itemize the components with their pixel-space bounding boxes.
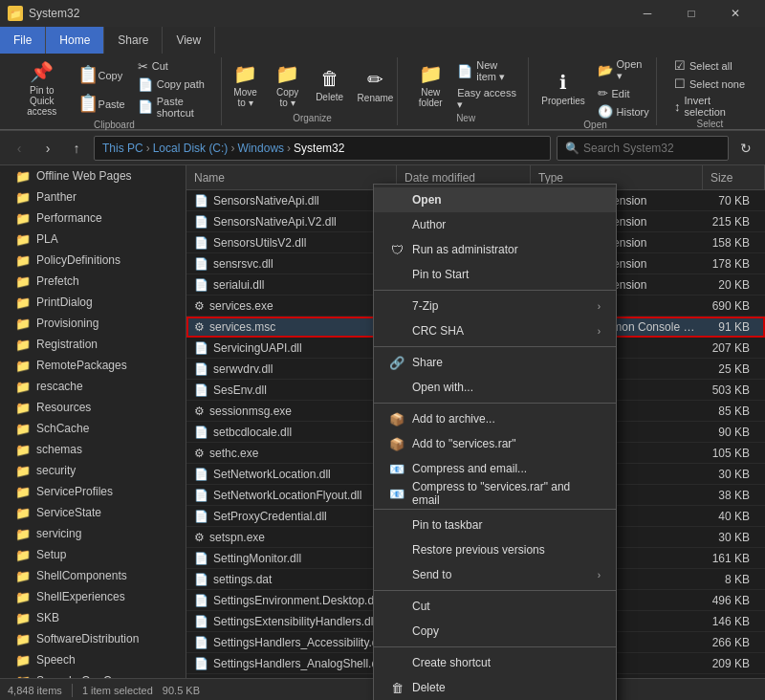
sidebar-item-provisioning[interactable]: 📁Provisioning — [0, 313, 186, 334]
col-header-size[interactable]: Size — [703, 165, 765, 189]
context-menu-item-delete[interactable]: 🗑Delete — [374, 675, 616, 700]
sidebar-item-schcache[interactable]: 📁SchCache — [0, 418, 186, 439]
sidebar-item-resources[interactable]: 📁Resources — [0, 397, 186, 418]
maximize-button[interactable]: □ — [669, 0, 713, 27]
file-icon: 📄 — [194, 426, 208, 439]
sidebar-item-offline-web-pages[interactable]: 📁Offline Web Pages — [0, 165, 186, 186]
context-menu-item-pin-to-taskbar[interactable]: Pin to taskbar — [374, 513, 616, 537]
path-windows[interactable]: Windows — [237, 142, 284, 155]
cut-button[interactable]: ✂ Cut — [134, 58, 213, 75]
copy-to-button[interactable]: 📁 Copyto ▾ — [269, 59, 307, 111]
context-menu-item-restore-previous-versions[interactable]: Restore previous versions — [374, 537, 616, 562]
context-menu-item-share[interactable]: 🔗Share — [374, 350, 616, 375]
context-menu-item-copy[interactable]: Copy — [374, 619, 616, 644]
ctx-icon: 📧 — [389, 487, 404, 501]
file-icon: ⚙ — [194, 299, 205, 313]
context-menu-item-send-to[interactable]: Send to› — [374, 562, 616, 587]
sidebar-item-softwaredistribution[interactable]: 📁SoftwareDistribution — [0, 628, 186, 649]
close-button[interactable]: ✕ — [713, 0, 757, 27]
sidebar-item-pla[interactable]: 📁PLA — [0, 229, 186, 250]
paste-button[interactable]: 📋 Paste — [73, 90, 130, 117]
properties-button[interactable]: ℹ Properties — [537, 68, 590, 109]
select-none-button[interactable]: ☐ Select none — [670, 76, 750, 92]
path-this-pc[interactable]: This PC — [102, 142, 143, 155]
file-icon: 📄 — [194, 573, 208, 586]
sidebar-item-rescache[interactable]: 📁rescache — [0, 376, 186, 397]
rename-button[interactable]: ✏ Rename — [353, 65, 399, 106]
search-input[interactable] — [583, 142, 720, 155]
sidebar-item-speech[interactable]: 📁Speech — [0, 649, 186, 670]
copy-path-button[interactable]: 📄 Copy path — [134, 77, 213, 93]
sidebar-item-security[interactable]: 📁security — [0, 460, 186, 481]
context-menu-item-7-zip[interactable]: 7-Zip› — [374, 294, 616, 318]
file-size: 496 KB — [703, 594, 765, 607]
sidebar-item-schemas[interactable]: 📁schemas — [0, 439, 186, 460]
file-icon: 📄 — [194, 194, 208, 208]
context-menu-item-compress-and-email[interactable]: 📧Compress and email... — [374, 456, 616, 481]
context-menu-item-pin-to-start[interactable]: Pin to Start — [374, 262, 616, 287]
sidebar-item-servicestate[interactable]: 📁ServiceState — [0, 502, 186, 523]
sidebar-item-label: Offline Web Pages — [36, 169, 132, 183]
file-size: 30 KB — [703, 531, 765, 544]
sidebar-item-serviceprofiles[interactable]: 📁ServiceProfiles — [0, 481, 186, 502]
tab-home[interactable]: Home — [46, 27, 104, 54]
path-local-disk[interactable]: Local Disk (C:) — [153, 142, 229, 155]
invert-selection-button[interactable]: ↕ Invert selection — [670, 94, 750, 119]
context-menu-item-run-as-administrator[interactable]: 🛡Run as administrator — [374, 237, 616, 262]
open-label: Open ▾ — [617, 58, 650, 82]
new-folder-button[interactable]: 📁 Newfolder — [411, 59, 449, 111]
address-path[interactable]: This PC › Local Disk (C:) › Windows › Sy… — [94, 136, 551, 161]
sidebar-item-setup[interactable]: 📁Setup — [0, 544, 186, 565]
history-button[interactable]: 🕐 History — [594, 103, 654, 120]
up-button[interactable]: ↑ — [65, 137, 88, 160]
selected-size: 90.5 KB — [163, 685, 200, 696]
tab-share[interactable]: Share — [104, 27, 163, 54]
context-menu-item-open[interactable]: Open — [374, 187, 616, 212]
sidebar-item-skb[interactable]: 📁SKB — [0, 607, 186, 628]
context-menu-item-author[interactable]: Author — [374, 212, 616, 237]
file-name: setbcdlocale.dll — [213, 426, 292, 439]
sidebar-item-registration[interactable]: 📁Registration — [0, 334, 186, 355]
move-to-button[interactable]: 📁 Moveto ▾ — [227, 59, 265, 111]
sidebar-item-shellexperiences[interactable]: 📁ShellExperiences — [0, 586, 186, 607]
minimize-button[interactable]: ─ — [625, 0, 669, 27]
refresh-button[interactable]: ↻ — [734, 137, 757, 160]
context-menu-item-cut[interactable]: Cut — [374, 594, 616, 619]
pin-to-quick-access-button[interactable]: 📌 Pin to Quickaccess — [15, 57, 69, 120]
paste-shortcut-button[interactable]: 📄 Paste shortcut — [134, 95, 213, 120]
select-all-button[interactable]: ☑ Select all — [670, 57, 750, 74]
sidebar-item-speech_onecore[interactable]: 📁Speech_OneCore — [0, 670, 186, 678]
tab-file[interactable]: File — [0, 27, 46, 54]
sidebar-item-printdialog[interactable]: 📁PrintDialog — [0, 292, 186, 313]
sidebar-item-policydefinitions[interactable]: 📁PolicyDefinitions — [0, 250, 186, 271]
search-box[interactable]: 🔍 — [557, 136, 729, 161]
sidebar-item-panther[interactable]: 📁Panther — [0, 186, 186, 208]
context-menu-item-compress-to-servicesrar-and-email[interactable]: 📧Compress to "services.rar" and email — [374, 481, 616, 506]
back-button[interactable]: ‹ — [8, 137, 31, 160]
sidebar-item-servicing[interactable]: 📁servicing — [0, 523, 186, 544]
easy-access-button[interactable]: Easy access ▾ — [453, 86, 520, 112]
sidebar-item-remotepackages[interactable]: 📁RemotePackages — [0, 355, 186, 376]
context-menu-item-add-to-archive[interactable]: 📦Add to archive... — [374, 406, 616, 431]
new-folder-icon: 📁 — [419, 62, 443, 85]
pin-label: Pin to Quickaccess — [20, 85, 64, 117]
sidebar-item-performance[interactable]: 📁Performance — [0, 208, 186, 229]
context-menu-item-crc-sha[interactable]: CRC SHA› — [374, 318, 616, 343]
tab-view[interactable]: View — [163, 27, 215, 54]
context-menu-item-create-shortcut[interactable]: Create shortcut — [374, 650, 616, 675]
copy-button[interactable]: 📋 Copy — [73, 61, 130, 88]
col-header-name[interactable]: Name — [186, 165, 397, 189]
new-item-button[interactable]: 📄 New item ▾ — [453, 58, 520, 84]
file-name-cell: 📄 ServicingUAPI.dll — [186, 341, 397, 355]
context-menu-item-add-to-servicesrar[interactable]: 📦Add to "services.rar" — [374, 431, 616, 456]
sidebar-item-shellcomponents[interactable]: 📁ShellComponents — [0, 565, 186, 586]
sidebar-item-label: servicing — [36, 527, 81, 540]
delete-button[interactable]: 🗑 Delete — [311, 65, 349, 105]
forward-button[interactable]: › — [36, 137, 59, 160]
sidebar-item-prefetch[interactable]: 📁Prefetch — [0, 271, 186, 292]
context-menu-item-open-with[interactable]: Open with... — [374, 375, 616, 400]
edit-button[interactable]: ✏ Edit — [594, 85, 654, 101]
open-button[interactable]: 📂 Open ▾ — [594, 57, 654, 83]
ctx-label: Open — [412, 193, 442, 207]
file-icon: 📄 — [194, 257, 208, 271]
